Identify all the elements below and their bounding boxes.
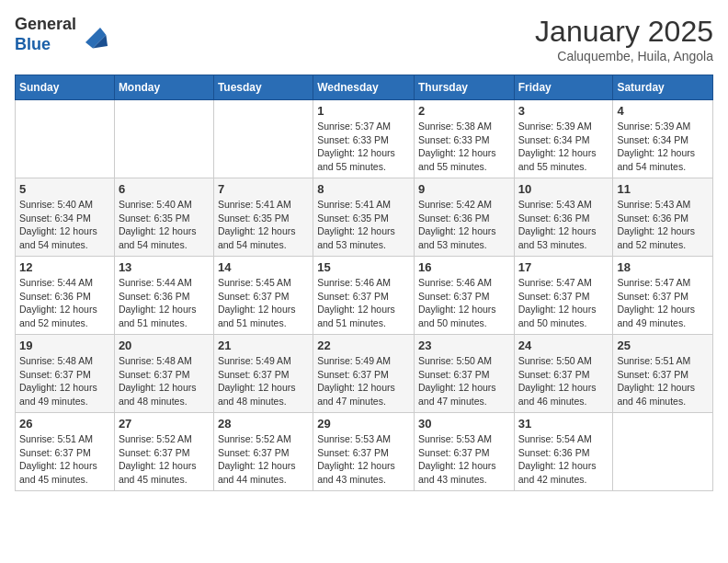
day-detail: Sunrise: 5:46 AM Sunset: 6:37 PM Dayligh…	[317, 276, 410, 330]
calendar-day-cell: 5Sunrise: 5:40 AM Sunset: 6:34 PM Daylig…	[16, 178, 115, 257]
calendar-day-cell: 15Sunrise: 5:46 AM Sunset: 6:37 PM Dayli…	[313, 257, 415, 335]
day-number: 3	[518, 104, 609, 118]
calendar-week-row: 19Sunrise: 5:48 AM Sunset: 6:37 PM Dayli…	[16, 335, 713, 413]
day-number: 5	[19, 182, 110, 196]
day-detail: Sunrise: 5:46 AM Sunset: 6:37 PM Dayligh…	[418, 276, 510, 330]
calendar-day-cell: 12Sunrise: 5:44 AM Sunset: 6:36 PM Dayli…	[16, 257, 115, 335]
calendar-day-cell: 28Sunrise: 5:52 AM Sunset: 6:37 PM Dayli…	[213, 413, 313, 491]
day-number: 10	[518, 182, 609, 196]
calendar-day-cell: 13Sunrise: 5:44 AM Sunset: 6:36 PM Dayli…	[114, 257, 213, 335]
calendar-day-cell: 22Sunrise: 5:49 AM Sunset: 6:37 PM Dayli…	[313, 335, 415, 413]
weekday-header-row: SundayMondayTuesdayWednesdayThursdayFrid…	[16, 75, 713, 100]
calendar-body: 1Sunrise: 5:37 AM Sunset: 6:33 PM Daylig…	[16, 100, 713, 491]
day-detail: Sunrise: 5:49 AM Sunset: 6:37 PM Dayligh…	[218, 354, 309, 408]
day-number: 15	[317, 260, 410, 274]
day-detail: Sunrise: 5:49 AM Sunset: 6:37 PM Dayligh…	[317, 354, 410, 408]
day-detail: Sunrise: 5:52 AM Sunset: 6:37 PM Dayligh…	[218, 432, 309, 487]
calendar-day-cell: 18Sunrise: 5:47 AM Sunset: 6:37 PM Dayli…	[613, 257, 713, 335]
day-detail: Sunrise: 5:44 AM Sunset: 6:36 PM Dayligh…	[119, 276, 210, 330]
calendar-day-cell	[16, 100, 115, 178]
page-header: General Blue January 2025 Caluquembe, Hu…	[15, 15, 713, 63]
day-number: 17	[518, 260, 609, 274]
logo-general: General	[15, 15, 76, 33]
calendar-week-row: 5Sunrise: 5:40 AM Sunset: 6:34 PM Daylig…	[16, 178, 713, 257]
calendar-day-cell: 2Sunrise: 5:38 AM Sunset: 6:33 PM Daylig…	[414, 100, 514, 178]
day-number: 14	[218, 260, 309, 274]
day-detail: Sunrise: 5:51 AM Sunset: 6:37 PM Dayligh…	[19, 432, 110, 487]
calendar-day-cell: 27Sunrise: 5:52 AM Sunset: 6:37 PM Dayli…	[114, 413, 213, 491]
day-number: 19	[19, 339, 110, 352]
weekday-header-cell: Sunday	[16, 75, 115, 100]
day-detail: Sunrise: 5:54 AM Sunset: 6:36 PM Dayligh…	[518, 432, 609, 487]
day-number: 24	[518, 339, 609, 352]
calendar-day-cell: 14Sunrise: 5:45 AM Sunset: 6:37 PM Dayli…	[213, 257, 313, 335]
calendar-day-cell: 10Sunrise: 5:43 AM Sunset: 6:36 PM Dayli…	[514, 178, 613, 257]
day-detail: Sunrise: 5:48 AM Sunset: 6:37 PM Dayligh…	[119, 354, 210, 408]
weekday-header-cell: Saturday	[613, 75, 713, 100]
calendar-day-cell: 31Sunrise: 5:54 AM Sunset: 6:36 PM Dayli…	[514, 413, 613, 491]
calendar-day-cell: 6Sunrise: 5:40 AM Sunset: 6:35 PM Daylig…	[114, 178, 213, 257]
calendar-day-cell: 8Sunrise: 5:41 AM Sunset: 6:35 PM Daylig…	[313, 178, 415, 257]
calendar-day-cell: 3Sunrise: 5:39 AM Sunset: 6:34 PM Daylig…	[514, 100, 613, 178]
day-detail: Sunrise: 5:50 AM Sunset: 6:37 PM Dayligh…	[418, 354, 510, 408]
calendar-day-cell: 21Sunrise: 5:49 AM Sunset: 6:37 PM Dayli…	[213, 335, 313, 413]
day-number: 11	[617, 182, 709, 196]
weekday-header-cell: Wednesday	[313, 75, 415, 100]
day-number: 25	[617, 339, 709, 352]
day-detail: Sunrise: 5:51 AM Sunset: 6:37 PM Dayligh…	[617, 354, 709, 408]
day-detail: Sunrise: 5:47 AM Sunset: 6:37 PM Dayligh…	[617, 276, 709, 330]
day-detail: Sunrise: 5:39 AM Sunset: 6:34 PM Dayligh…	[518, 120, 609, 174]
day-number: 12	[19, 260, 110, 274]
calendar-day-cell: 7Sunrise: 5:41 AM Sunset: 6:35 PM Daylig…	[213, 178, 313, 257]
calendar-day-cell	[213, 100, 313, 178]
day-detail: Sunrise: 5:53 AM Sunset: 6:37 PM Dayligh…	[418, 432, 510, 487]
day-number: 29	[317, 417, 410, 431]
day-detail: Sunrise: 5:44 AM Sunset: 6:36 PM Dayligh…	[19, 276, 110, 330]
calendar-day-cell: 23Sunrise: 5:50 AM Sunset: 6:37 PM Dayli…	[414, 335, 514, 413]
month-title: January 2025	[535, 15, 713, 49]
calendar-day-cell: 20Sunrise: 5:48 AM Sunset: 6:37 PM Dayli…	[114, 335, 213, 413]
calendar-day-cell: 26Sunrise: 5:51 AM Sunset: 6:37 PM Dayli…	[16, 413, 115, 491]
day-number: 6	[119, 182, 210, 196]
day-number: 28	[218, 417, 309, 431]
logo-icon	[78, 20, 108, 50]
day-detail: Sunrise: 5:43 AM Sunset: 6:36 PM Dayligh…	[617, 198, 709, 252]
day-number: 18	[617, 260, 709, 274]
calendar-day-cell: 24Sunrise: 5:50 AM Sunset: 6:37 PM Dayli…	[514, 335, 613, 413]
calendar-day-cell: 16Sunrise: 5:46 AM Sunset: 6:37 PM Dayli…	[414, 257, 514, 335]
logo: General Blue	[15, 15, 108, 54]
calendar-day-cell: 1Sunrise: 5:37 AM Sunset: 6:33 PM Daylig…	[313, 100, 415, 178]
day-number: 8	[317, 182, 410, 196]
title-block: January 2025 Caluquembe, Huila, Angola	[535, 15, 713, 63]
day-number: 27	[119, 417, 210, 431]
day-number: 1	[317, 104, 410, 118]
weekday-header-cell: Friday	[514, 75, 613, 100]
calendar-day-cell: 30Sunrise: 5:53 AM Sunset: 6:37 PM Dayli…	[414, 413, 514, 491]
day-detail: Sunrise: 5:42 AM Sunset: 6:36 PM Dayligh…	[418, 198, 510, 252]
day-number: 22	[317, 339, 410, 352]
day-detail: Sunrise: 5:41 AM Sunset: 6:35 PM Dayligh…	[218, 198, 309, 252]
weekday-header-cell: Monday	[114, 75, 213, 100]
day-number: 26	[19, 417, 110, 431]
day-detail: Sunrise: 5:43 AM Sunset: 6:36 PM Dayligh…	[518, 198, 609, 252]
day-detail: Sunrise: 5:50 AM Sunset: 6:37 PM Dayligh…	[518, 354, 609, 408]
calendar-week-row: 26Sunrise: 5:51 AM Sunset: 6:37 PM Dayli…	[16, 413, 713, 491]
day-detail: Sunrise: 5:40 AM Sunset: 6:34 PM Dayligh…	[19, 198, 110, 252]
day-number: 31	[518, 417, 609, 431]
day-detail: Sunrise: 5:52 AM Sunset: 6:37 PM Dayligh…	[119, 432, 210, 487]
calendar-week-row: 1Sunrise: 5:37 AM Sunset: 6:33 PM Daylig…	[16, 100, 713, 178]
calendar-day-cell: 17Sunrise: 5:47 AM Sunset: 6:37 PM Dayli…	[514, 257, 613, 335]
day-detail: Sunrise: 5:40 AM Sunset: 6:35 PM Dayligh…	[119, 198, 210, 252]
calendar-table: SundayMondayTuesdayWednesdayThursdayFrid…	[15, 75, 713, 491]
day-detail: Sunrise: 5:47 AM Sunset: 6:37 PM Dayligh…	[518, 276, 609, 330]
calendar-day-cell: 4Sunrise: 5:39 AM Sunset: 6:34 PM Daylig…	[613, 100, 713, 178]
day-detail: Sunrise: 5:39 AM Sunset: 6:34 PM Dayligh…	[617, 120, 709, 174]
day-detail: Sunrise: 5:41 AM Sunset: 6:35 PM Dayligh…	[317, 198, 410, 252]
day-detail: Sunrise: 5:37 AM Sunset: 6:33 PM Dayligh…	[317, 120, 410, 174]
day-number: 7	[218, 182, 309, 196]
day-number: 16	[418, 260, 510, 274]
location-subtitle: Caluquembe, Huila, Angola	[535, 49, 713, 63]
calendar-day-cell	[613, 413, 713, 491]
day-number: 20	[119, 339, 210, 352]
day-detail: Sunrise: 5:38 AM Sunset: 6:33 PM Dayligh…	[418, 120, 510, 174]
